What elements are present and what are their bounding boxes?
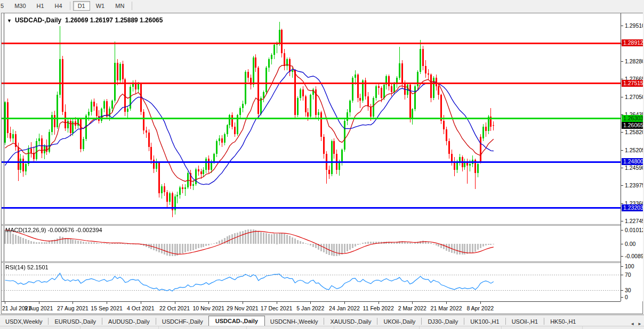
axis-tick-mark: [621, 256, 623, 257]
timeframe-button-d1[interactable]: D1: [73, 1, 90, 11]
plot-left-border: [4, 13, 4, 301]
date-label: 2 Mar 2022: [393, 305, 431, 311]
axis-tick-label: 0.00: [625, 241, 635, 247]
date-tick-mark: [175, 302, 175, 304]
axis-tick-mark: [621, 150, 623, 151]
chart-tab-uk100[interactable]: UK100-,H1: [465, 317, 504, 326]
date-label: 9 Aug 2021: [20, 305, 58, 311]
chart-tab-usdcad[interactable]: USDCAD-,Daily: [208, 316, 265, 326]
date-tick-mark: [107, 302, 107, 304]
axis-tick-mark: [621, 97, 623, 97]
chevron-down-icon[interactable]: ▼: [7, 18, 12, 23]
date-label: 24 Jan 2022: [325, 305, 364, 311]
strip-segment: [419, 326, 420, 329]
date-label: 27 Aug 2021: [53, 305, 92, 311]
chart-tab-usoil[interactable]: USOil-,H1: [506, 317, 544, 326]
date-tick-mark: [344, 302, 345, 304]
chart-title: ▼USDCAD-,Daily 1.26069 1.26197 1.25889 1…: [7, 17, 163, 24]
toolbar-divider: [70, 2, 70, 10]
date-label: 5 Jan 2022: [291, 305, 329, 311]
tab-separator: [102, 318, 102, 325]
toolbar-divider: [132, 2, 132, 10]
chart-tab-usdchf[interactable]: USDCHF-,Daily: [157, 317, 208, 326]
axis-tick-label: 1.28280: [625, 58, 643, 64]
chart-symbol-label: USDCAD-,Daily: [15, 17, 61, 24]
date-axis[interactable]: 21 Jul 20219 Aug 202127 Aug 202115 Sep 2…: [2, 301, 621, 314]
tab-separator: [421, 318, 422, 325]
strip-segment: [501, 326, 502, 329]
chart-tab-usdcnh[interactable]: USDCNH-,Weekly: [265, 317, 324, 326]
tab-separator: [377, 318, 377, 325]
axis-tick-label: 70: [625, 272, 631, 278]
price-chart-canvas[interactable]: [2, 14, 621, 224]
timeframe-button-h4[interactable]: H4: [50, 1, 67, 11]
date-label: 15 Sep 2021: [87, 305, 126, 311]
date-label: 29 Nov 2021: [223, 305, 262, 311]
level-price-badge: 1.23203: [622, 204, 643, 211]
chart-tab-audusd[interactable]: AUDUSD-,Daily: [103, 317, 155, 326]
axis-tick-label: 100: [625, 263, 634, 269]
axis-tick-mark: [621, 26, 623, 26]
panel-separator-rsi[interactable]: [2, 261, 621, 263]
chart-tab-dj30[interactable]: DJ30-,Daily: [422, 317, 463, 326]
axis-tick-mark: [621, 61, 623, 62]
date-tick-mark: [446, 302, 447, 304]
level-price-badge: 1.27515: [622, 80, 643, 87]
axis-tick-label: 0.010127: [625, 227, 643, 233]
panel-separator-macd[interactable]: [2, 224, 621, 226]
date-label: 11 Feb 2022: [359, 305, 398, 311]
date-label: 4 Oct 2021: [122, 305, 160, 311]
date-label: 22 Oct 2021: [156, 305, 194, 311]
axis-tick-mark: [621, 168, 623, 168]
axis-tick-label: 1.25820: [625, 129, 643, 135]
axis-tick-label: 1.22745: [625, 218, 643, 224]
strip-segment: [80, 326, 80, 329]
axis-tick-label: 1.27050: [625, 94, 643, 100]
tab-separator: [505, 318, 506, 325]
axis-tick-mark: [621, 203, 623, 204]
strip-segment: [334, 326, 334, 329]
axis-tick-mark: [621, 185, 623, 186]
date-tick-mark: [5, 302, 5, 304]
axis-tick-mark: [621, 275, 623, 275]
date-label: 21 Mar 2022: [427, 305, 465, 311]
price-axis[interactable]: 1.295101.288951.282801.276651.270501.264…: [621, 13, 643, 301]
chart-tab-eurusd[interactable]: EURUSD-,Daily: [49, 317, 101, 326]
chart-tab-hk50[interactable]: HK50-,H1: [545, 317, 581, 326]
timeframe-button-w1[interactable]: W1: [91, 1, 110, 11]
axis-tick-mark: [621, 221, 623, 221]
bottom-strip: [0, 326, 644, 329]
timeframe-button-h1[interactable]: H1: [32, 1, 49, 11]
date-tick-mark: [480, 302, 481, 304]
date-tick-mark: [379, 302, 379, 304]
timeframe-button-mn[interactable]: MN: [110, 1, 129, 11]
axis-tick-label: -0.008937: [625, 253, 643, 259]
timeframe-button-5[interactable]: 5: [0, 1, 9, 11]
mt4-terminal: 5M30H1H4D1W1MN ▼USDCAD-,Daily 1.26069 1.…: [0, 0, 644, 329]
level-price-badge: 1.26303: [622, 115, 643, 122]
axis-tick-mark: [621, 297, 623, 298]
date-label: 17 Dec 2021: [257, 305, 296, 311]
chart-tab-usdx[interactable]: USDX,Weekly: [0, 317, 47, 326]
axis-tick-mark: [621, 266, 623, 267]
date-label: 10 Nov 2021: [189, 305, 228, 311]
date-tick-mark: [310, 302, 311, 304]
rsi-indicator-canvas[interactable]: [2, 263, 621, 301]
strip-segment: [582, 326, 583, 329]
current-price-badge: 1.26065: [622, 122, 643, 129]
strip-segment: [246, 326, 247, 329]
axis-tick-label: 1.29510: [625, 22, 643, 29]
chart-tab-xauusd[interactable]: XAUUSD-,Daily: [325, 317, 376, 326]
axis-tick-mark: [621, 230, 623, 231]
axis-tick-label: 1.24590: [625, 164, 643, 171]
macd-label: MACD(12,26,9) -0.000576 -0.002394: [5, 227, 102, 233]
date-tick-mark: [141, 302, 141, 304]
date-tick-mark: [73, 302, 73, 304]
strip-segment: [158, 326, 159, 329]
axis-tick-label: 0: [625, 294, 628, 300]
axis-tick-label: 1.23975: [625, 182, 643, 188]
tab-separator: [544, 318, 544, 325]
timeframe-button-m30[interactable]: M30: [10, 1, 30, 11]
chart-tab-ukoil[interactable]: UKOil-,Daily: [378, 317, 421, 326]
level-price-badge: 1.24800: [622, 158, 643, 165]
